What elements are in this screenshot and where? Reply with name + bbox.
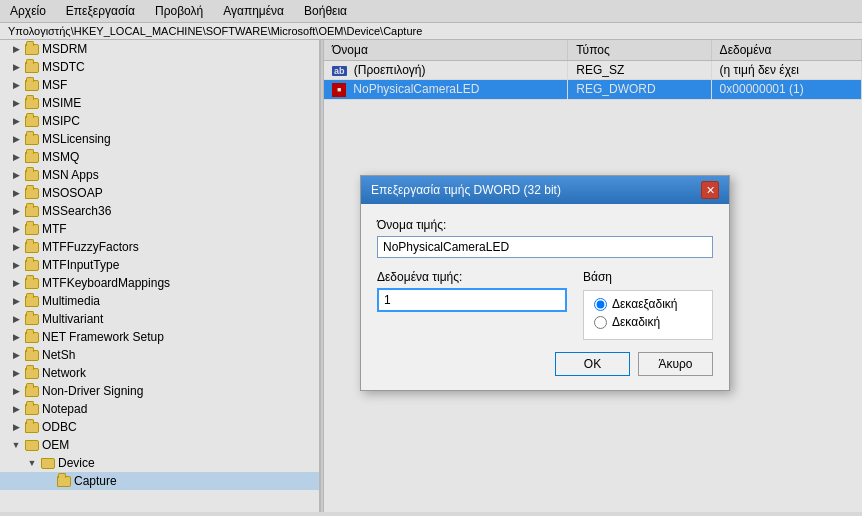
dword-edit-dialog: Επεξεργασία τιμής DWORD (32 bit) ✕ Όνομα… [360, 175, 730, 391]
base-label: Βάση [583, 270, 713, 284]
dialog-base-col: Βάση Δεκαεξαδική Δεκαδική [583, 270, 713, 340]
ok-button[interactable]: OK [555, 352, 630, 376]
value-data-label: Δεδομένα τιμής: [377, 270, 567, 284]
value-data-input[interactable] [377, 288, 567, 312]
value-name-input[interactable] [377, 236, 713, 258]
dialog-body: Όνομα τιμής: Δεδομένα τιμής: Βάση Δεκαεξ… [361, 204, 729, 390]
radio-dec-label: Δεκαδική [612, 315, 660, 329]
dialog-data-col: Δεδομένα τιμής: [377, 270, 567, 340]
dialog-close-button[interactable]: ✕ [701, 181, 719, 199]
radio-group: Δεκαεξαδική Δεκαδική [583, 290, 713, 340]
dialog-titlebar: Επεξεργασία τιμής DWORD (32 bit) ✕ [361, 176, 729, 204]
radio-dec[interactable]: Δεκαδική [594, 315, 702, 329]
value-name-label: Όνομα τιμής: [377, 218, 713, 232]
radio-dec-input[interactable] [594, 316, 607, 329]
radio-hex[interactable]: Δεκαεξαδική [594, 297, 702, 311]
dialog-buttons: OK Άκυρο [377, 352, 713, 376]
dialog-title: Επεξεργασία τιμής DWORD (32 bit) [371, 183, 561, 197]
radio-hex-label: Δεκαεξαδική [612, 297, 678, 311]
dialog-data-row: Δεδομένα τιμής: Βάση Δεκαεξαδική Δεκαδικ… [377, 270, 713, 340]
radio-hex-input[interactable] [594, 298, 607, 311]
cancel-button[interactable]: Άκυρο [638, 352, 713, 376]
